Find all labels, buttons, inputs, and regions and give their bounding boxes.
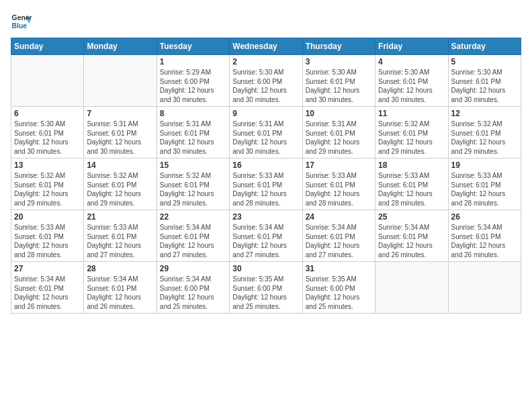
calendar-cell: 19Sunrise: 5:33 AM Sunset: 6:01 PM Dayli… [448, 158, 521, 210]
calendar-cell: 10Sunrise: 5:31 AM Sunset: 6:01 PM Dayli… [302, 107, 375, 158]
calendar-cell [375, 262, 448, 314]
day-info: Sunrise: 5:34 AM Sunset: 6:01 PM Dayligh… [14, 275, 81, 311]
day-number: 27 [14, 264, 81, 273]
calendar-cell: 30Sunrise: 5:35 AM Sunset: 6:00 PM Dayli… [230, 262, 302, 314]
day-info: Sunrise: 5:33 AM Sunset: 6:01 PM Dayligh… [232, 171, 299, 208]
calendar-cell: 1Sunrise: 5:29 AM Sunset: 6:00 PM Daylig… [157, 55, 229, 107]
day-number: 26 [451, 212, 518, 222]
day-number: 7 [87, 109, 153, 118]
calendar-cell [448, 262, 521, 314]
day-info: Sunrise: 5:31 AM Sunset: 6:01 PM Dayligh… [232, 120, 299, 156]
calendar-cell: 29Sunrise: 5:34 AM Sunset: 6:00 PM Dayli… [157, 262, 229, 314]
day-info: Sunrise: 5:35 AM Sunset: 6:00 PM Dayligh… [232, 275, 299, 311]
day-info: Sunrise: 5:33 AM Sunset: 6:01 PM Dayligh… [14, 223, 81, 259]
day-number: 19 [451, 161, 518, 170]
day-number: 23 [232, 212, 299, 222]
calendar-cell: 21Sunrise: 5:33 AM Sunset: 6:01 PM Dayli… [84, 210, 157, 262]
weekday-header-row: SundayMondayTuesdayWednesdayThursdayFrid… [11, 38, 521, 55]
week-row-5: 27Sunrise: 5:34 AM Sunset: 6:01 PM Dayli… [11, 262, 521, 314]
weekday-header-saturday: Saturday [448, 38, 521, 55]
logo: General Blue [11, 11, 32, 32]
calendar-cell: 22Sunrise: 5:34 AM Sunset: 6:01 PM Dayli… [157, 210, 229, 262]
day-number: 31 [306, 264, 372, 273]
day-number: 25 [378, 212, 445, 222]
day-number: 1 [160, 57, 226, 66]
calendar-cell: 7Sunrise: 5:31 AM Sunset: 6:01 PM Daylig… [84, 107, 157, 158]
day-info: Sunrise: 5:31 AM Sunset: 6:01 PM Dayligh… [160, 120, 226, 156]
day-info: Sunrise: 5:30 AM Sunset: 6:01 PM Dayligh… [451, 68, 518, 104]
day-number: 5 [451, 57, 518, 66]
week-row-1: 1Sunrise: 5:29 AM Sunset: 6:00 PM Daylig… [11, 55, 521, 107]
day-number: 28 [87, 264, 153, 273]
calendar-cell: 23Sunrise: 5:34 AM Sunset: 6:01 PM Dayli… [230, 210, 302, 262]
calendar-cell: 13Sunrise: 5:32 AM Sunset: 6:01 PM Dayli… [11, 158, 84, 210]
calendar-cell: 2Sunrise: 5:30 AM Sunset: 6:00 PM Daylig… [230, 55, 302, 107]
day-number: 29 [160, 264, 226, 273]
day-number: 10 [306, 109, 372, 118]
svg-text:Blue: Blue [12, 22, 28, 30]
day-info: Sunrise: 5:33 AM Sunset: 6:01 PM Dayligh… [87, 223, 153, 259]
weekday-header-tuesday: Tuesday [157, 38, 229, 55]
day-number: 6 [14, 109, 81, 118]
day-number: 16 [232, 161, 299, 170]
weekday-header-friday: Friday [375, 38, 448, 55]
day-info: Sunrise: 5:34 AM Sunset: 6:01 PM Dayligh… [87, 275, 153, 311]
day-info: Sunrise: 5:34 AM Sunset: 6:01 PM Dayligh… [451, 223, 518, 259]
calendar-cell: 11Sunrise: 5:32 AM Sunset: 6:01 PM Dayli… [375, 107, 448, 158]
day-number: 18 [378, 161, 445, 170]
week-row-4: 20Sunrise: 5:33 AM Sunset: 6:01 PM Dayli… [11, 210, 521, 262]
day-info: Sunrise: 5:30 AM Sunset: 6:01 PM Dayligh… [306, 68, 372, 104]
calendar-cell [84, 55, 157, 107]
week-row-3: 13Sunrise: 5:32 AM Sunset: 6:01 PM Dayli… [11, 158, 521, 210]
calendar-cell: 20Sunrise: 5:33 AM Sunset: 6:01 PM Dayli… [11, 210, 84, 262]
weekday-header-monday: Monday [84, 38, 157, 55]
day-info: Sunrise: 5:34 AM Sunset: 6:01 PM Dayligh… [378, 223, 445, 259]
day-number: 21 [87, 212, 153, 222]
calendar-cell: 9Sunrise: 5:31 AM Sunset: 6:01 PM Daylig… [230, 107, 302, 158]
day-number: 17 [306, 161, 372, 170]
day-number: 22 [160, 212, 226, 222]
day-info: Sunrise: 5:34 AM Sunset: 6:01 PM Dayligh… [306, 223, 372, 259]
calendar-cell: 25Sunrise: 5:34 AM Sunset: 6:01 PM Dayli… [375, 210, 448, 262]
day-number: 9 [232, 109, 299, 118]
day-info: Sunrise: 5:34 AM Sunset: 6:01 PM Dayligh… [160, 223, 226, 259]
day-number: 24 [306, 212, 372, 222]
calendar-cell: 14Sunrise: 5:32 AM Sunset: 6:01 PM Dayli… [84, 158, 157, 210]
day-number: 12 [451, 109, 518, 118]
weekday-header-thursday: Thursday [302, 38, 375, 55]
day-info: Sunrise: 5:35 AM Sunset: 6:00 PM Dayligh… [306, 275, 372, 311]
day-number: 20 [14, 212, 81, 222]
weekday-header-sunday: Sunday [11, 38, 84, 55]
day-info: Sunrise: 5:32 AM Sunset: 6:01 PM Dayligh… [87, 171, 153, 208]
calendar-cell: 12Sunrise: 5:32 AM Sunset: 6:01 PM Dayli… [448, 107, 521, 158]
day-number: 3 [306, 57, 372, 66]
day-number: 14 [87, 161, 153, 170]
day-info: Sunrise: 5:32 AM Sunset: 6:01 PM Dayligh… [378, 120, 445, 156]
calendar-cell: 17Sunrise: 5:33 AM Sunset: 6:01 PM Dayli… [302, 158, 375, 210]
day-info: Sunrise: 5:32 AM Sunset: 6:01 PM Dayligh… [160, 171, 226, 208]
calendar-cell: 6Sunrise: 5:30 AM Sunset: 6:01 PM Daylig… [11, 107, 84, 158]
day-info: Sunrise: 5:30 AM Sunset: 6:00 PM Dayligh… [232, 68, 299, 104]
day-number: 30 [232, 264, 299, 273]
day-info: Sunrise: 5:34 AM Sunset: 6:01 PM Dayligh… [232, 223, 299, 259]
day-info: Sunrise: 5:33 AM Sunset: 6:01 PM Dayligh… [451, 171, 518, 208]
day-info: Sunrise: 5:31 AM Sunset: 6:01 PM Dayligh… [87, 120, 153, 156]
calendar-cell: 3Sunrise: 5:30 AM Sunset: 6:01 PM Daylig… [302, 55, 375, 107]
calendar-cell [11, 55, 84, 107]
calendar-cell: 4Sunrise: 5:30 AM Sunset: 6:01 PM Daylig… [375, 55, 448, 107]
weekday-header-wednesday: Wednesday [230, 38, 302, 55]
day-info: Sunrise: 5:33 AM Sunset: 6:01 PM Dayligh… [378, 171, 445, 208]
calendar: SundayMondayTuesdayWednesdayThursdayFrid… [11, 38, 521, 314]
week-row-2: 6Sunrise: 5:30 AM Sunset: 6:01 PM Daylig… [11, 107, 521, 158]
day-info: Sunrise: 5:30 AM Sunset: 6:01 PM Dayligh… [14, 120, 81, 156]
day-info: Sunrise: 5:33 AM Sunset: 6:01 PM Dayligh… [306, 171, 372, 208]
day-info: Sunrise: 5:31 AM Sunset: 6:01 PM Dayligh… [306, 120, 372, 156]
day-number: 8 [160, 109, 226, 118]
day-info: Sunrise: 5:34 AM Sunset: 6:00 PM Dayligh… [160, 275, 226, 311]
calendar-cell: 27Sunrise: 5:34 AM Sunset: 6:01 PM Dayli… [11, 262, 84, 314]
day-number: 2 [232, 57, 299, 66]
day-info: Sunrise: 5:30 AM Sunset: 6:01 PM Dayligh… [378, 68, 445, 104]
day-number: 15 [160, 161, 226, 170]
day-info: Sunrise: 5:32 AM Sunset: 6:01 PM Dayligh… [451, 120, 518, 156]
calendar-cell: 31Sunrise: 5:35 AM Sunset: 6:00 PM Dayli… [302, 262, 375, 314]
